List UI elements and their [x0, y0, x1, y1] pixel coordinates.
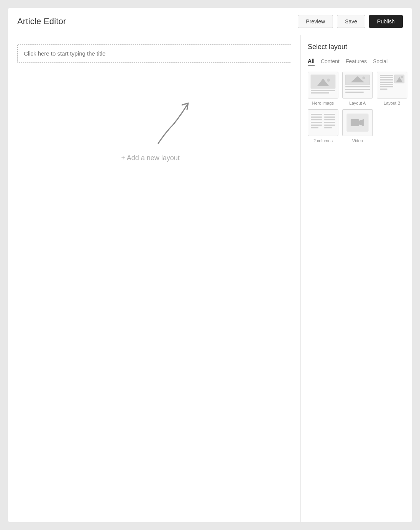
- svg-rect-23: [311, 119, 322, 120]
- filter-tab-social[interactable]: Social: [373, 57, 387, 65]
- svg-rect-3: [311, 90, 335, 91]
- svg-rect-8: [345, 86, 370, 87]
- svg-rect-10: [345, 92, 364, 93]
- svg-rect-31: [324, 125, 335, 126]
- filter-tab-all[interactable]: All: [308, 57, 315, 66]
- svg-point-20: [401, 76, 403, 78]
- layout-item-layout-b[interactable]: Layout B: [377, 72, 407, 105]
- layout-item-hero-image[interactable]: Hero image: [308, 72, 338, 105]
- layout-item-2-columns[interactable]: 2 columns: [308, 109, 338, 143]
- layout-label-layout-a: Layout A: [349, 101, 366, 105]
- title-input[interactable]: [24, 50, 285, 57]
- save-button[interactable]: Save: [337, 15, 365, 28]
- editor-panel: + Add a new layout: [8, 35, 301, 522]
- header-actions: Preview Save Publish: [298, 15, 403, 28]
- layout-label-hero-image: Hero image: [312, 101, 334, 105]
- preview-button[interactable]: Preview: [298, 15, 333, 28]
- svg-rect-4: [311, 92, 329, 94]
- layout-thumb-2-columns: [308, 109, 338, 136]
- annotation-area: + Add a new layout: [17, 86, 291, 162]
- layout-panel-title: Select layout: [308, 43, 405, 51]
- svg-rect-21: [311, 114, 322, 115]
- publish-button[interactable]: Publish: [369, 15, 403, 28]
- layout-label-video: Video: [352, 138, 363, 143]
- svg-rect-29: [324, 119, 335, 120]
- svg-rect-32: [324, 127, 332, 128]
- filter-tab-content[interactable]: Content: [321, 57, 340, 65]
- layout-label-layout-b: Layout B: [384, 101, 400, 105]
- layout-grid: Hero image: [308, 72, 405, 143]
- title-input-area[interactable]: [17, 44, 291, 63]
- svg-rect-11: [380, 75, 393, 76]
- app-window: Article Editor Preview Save Publish + Ad…: [8, 8, 412, 522]
- page-title: Article Editor: [17, 16, 66, 26]
- layout-thumb-video: [342, 109, 373, 136]
- layout-thumb-hero-image: [308, 72, 338, 98]
- svg-rect-22: [311, 117, 322, 118]
- svg-rect-24: [311, 122, 322, 123]
- layout-thumb-layout-b: [377, 72, 407, 98]
- svg-rect-34: [351, 119, 359, 126]
- svg-rect-12: [380, 77, 393, 78]
- add-layout-label[interactable]: + Add a new layout: [121, 154, 180, 162]
- svg-rect-27: [324, 114, 335, 115]
- svg-rect-15: [380, 84, 393, 85]
- svg-rect-13: [380, 79, 393, 80]
- layout-label-2-columns: 2 columns: [313, 138, 333, 143]
- svg-point-7: [363, 77, 365, 79]
- svg-rect-17: [380, 89, 387, 90]
- filter-tabs: All Content Features Social: [308, 57, 405, 66]
- layout-item-layout-a[interactable]: Layout A: [342, 72, 373, 105]
- svg-rect-28: [324, 117, 335, 118]
- layout-item-video[interactable]: Video: [342, 109, 373, 143]
- header: Article Editor Preview Save Publish: [8, 8, 412, 35]
- layout-panel: Select layout All Content Features Socia…: [301, 35, 412, 522]
- main-area: + Add a new layout Select layout All Con…: [8, 35, 412, 522]
- svg-rect-16: [380, 86, 393, 87]
- layout-thumb-layout-a: [342, 72, 373, 98]
- arrow-annotation-icon: [147, 86, 200, 147]
- svg-rect-14: [380, 82, 393, 83]
- svg-point-2: [327, 79, 330, 82]
- svg-rect-26: [311, 127, 318, 128]
- svg-rect-25: [311, 125, 322, 126]
- svg-rect-30: [324, 122, 335, 123]
- svg-rect-9: [345, 89, 370, 90]
- filter-tab-features[interactable]: Features: [346, 57, 367, 65]
